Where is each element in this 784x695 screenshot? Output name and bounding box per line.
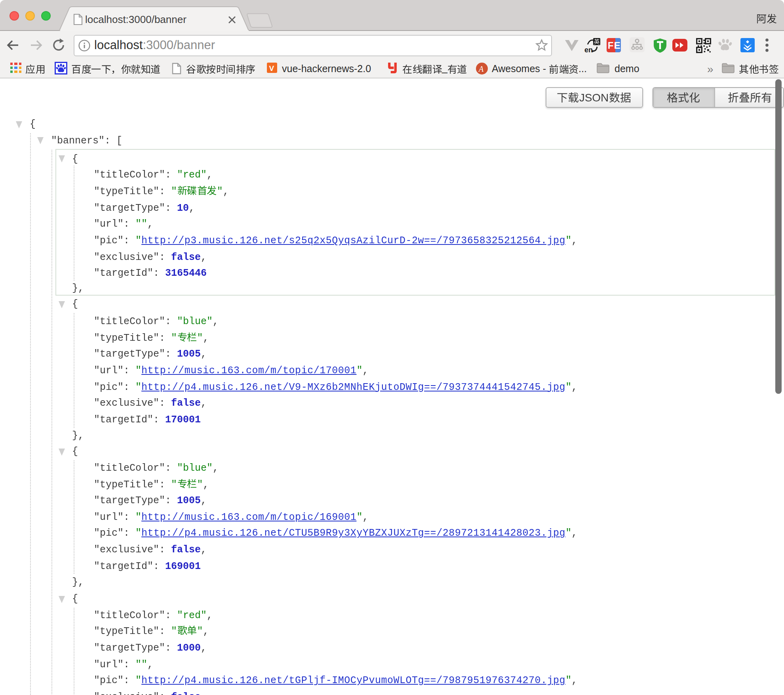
svg-text:F: F <box>608 40 614 51</box>
svg-text:A: A <box>478 64 484 73</box>
svg-text:E: E <box>614 40 620 51</box>
svg-text:V: V <box>269 64 274 73</box>
svg-text:en: en <box>584 46 593 54</box>
